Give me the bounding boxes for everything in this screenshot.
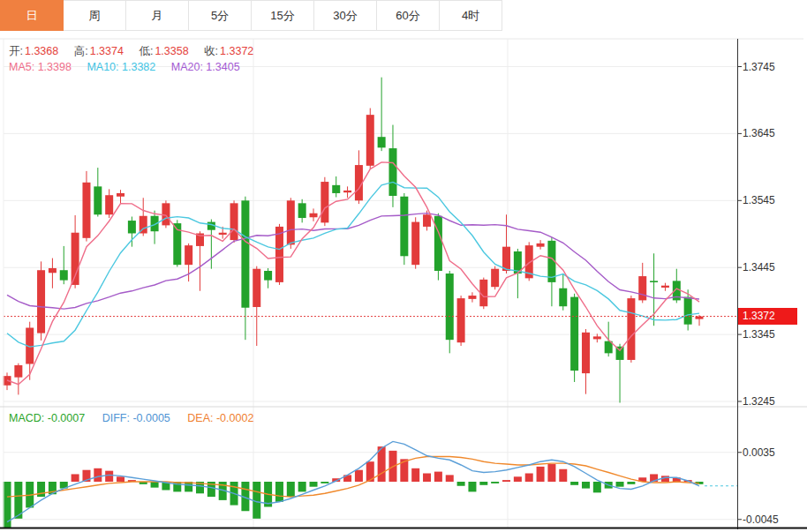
macd-readout: MACD: -0.0007 DIFF: -0.0005 DEA: -0.0002 (9, 412, 253, 424)
low-value: 1.3358 (155, 45, 188, 57)
high-label: 高: (74, 45, 88, 57)
diff-value: DIFF: -0.0005 (102, 412, 170, 424)
tab-4hour[interactable]: 4时 (440, 0, 502, 31)
high-value: 1.3374 (90, 45, 124, 57)
open-label: 开: (9, 45, 23, 57)
low-label: 低: (139, 45, 153, 57)
ohlc-readout: 开:1.3368 高:1.3374 低:1.3358 收:1.3372 (9, 44, 266, 59)
period-tabbar: 日 周 月 5分 15分 30分 60分 4时 (0, 0, 502, 30)
ma5-label: MA5: 1.3398 (9, 61, 72, 73)
macd-value: MACD: -0.0007 (9, 412, 85, 424)
current-price-tag: 1.3372 (738, 308, 797, 325)
kline-app: { "toolbar": { "tabs": [ {"label": "日"},… (0, 0, 807, 532)
ma-readout: MA5: 1.3398 MA10: 1.3382 MA20: 1.3405 (9, 61, 253, 73)
tab-month[interactable]: 月 (126, 0, 189, 31)
axis-tick-main-5: 1.3245 (743, 395, 775, 408)
axis-tick-main-1: 1.3645 (743, 127, 775, 139)
close-label: 收: (204, 45, 218, 57)
axis-tick-macd-1: -0.0045 (743, 513, 779, 526)
axis-tick-main-3: 1.3445 (743, 261, 775, 273)
kline-chart-canvas[interactable] (0, 0, 807, 532)
axis-tick-main-4: 1.3345 (743, 328, 775, 341)
axis-tick-main-0: 1.3745 (743, 61, 775, 73)
tab-day[interactable]: 日 (0, 0, 64, 31)
axis-tick-macd-0: 0.0035 (743, 446, 775, 459)
tab-30min[interactable]: 30分 (314, 0, 377, 31)
close-value: 1.3372 (220, 45, 253, 57)
ma10-label: MA10: 1.3382 (87, 61, 155, 73)
tab-week[interactable]: 周 (64, 0, 126, 31)
open-value: 1.3368 (25, 45, 58, 57)
ma20-label: MA20: 1.3405 (171, 61, 240, 73)
tab-60min[interactable]: 60分 (377, 0, 440, 31)
tab-15min[interactable]: 15分 (252, 0, 314, 31)
tab-5min[interactable]: 5分 (189, 0, 252, 31)
axis-tick-main-2: 1.3545 (743, 194, 775, 206)
dea-value: DEA: -0.0002 (187, 412, 253, 424)
